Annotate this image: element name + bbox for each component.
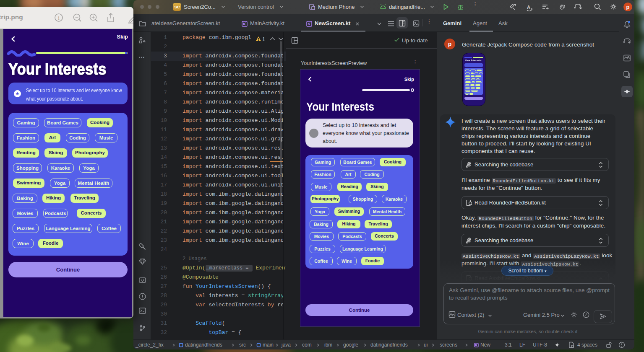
svg-text:1: 1 [262,36,265,42]
svg-text:A: A [527,5,530,10]
svg-text:i: i [58,15,60,21]
